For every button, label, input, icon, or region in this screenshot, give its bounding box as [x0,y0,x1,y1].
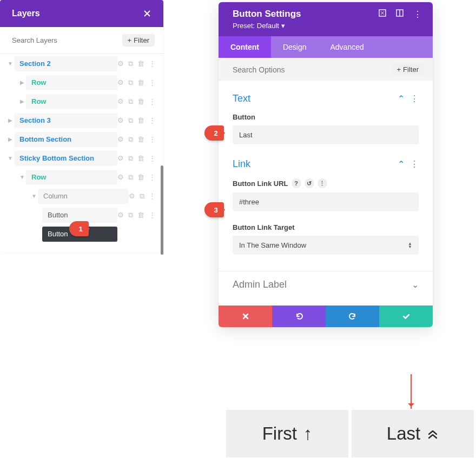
collapse-icon[interactable]: ⌃ [398,159,405,169]
gear-icon[interactable]: ⚙ [117,97,124,105]
caret-right-icon[interactable]: ▶ [6,117,14,123]
button-target-select[interactable]: In The Same Window ▲▼ [233,236,419,255]
tree-row-sticky-bottom-section[interactable]: ▼ Sticky Bottom Section ⚙ ⧉ 🗑 ⋮ [3,149,160,168]
trash-icon[interactable]: 🗑 [137,97,144,105]
more-icon[interactable]: ⋮ [149,116,156,124]
more-icon[interactable]: ⋮ [149,154,156,162]
trash-icon[interactable]: 🗑 [137,154,144,162]
settings-tabs: Content Design Advanced [219,36,433,58]
preview-last-button[interactable]: Last [352,410,474,457]
tree-row-button-selected[interactable]: Button ⚙ ⧉ 🗑 ⋮ [39,224,160,243]
cancel-button[interactable] [219,306,272,327]
section-link-head[interactable]: Link ⌃ ⋮ [233,158,419,170]
confirm-button[interactable] [379,306,433,327]
undo-button[interactable] [272,306,326,327]
reset-icon[interactable]: ↺ [305,178,314,188]
gear-icon[interactable]: ⚙ [129,192,135,200]
more-icon[interactable]: ⋮ [149,211,156,219]
caret-down-icon[interactable]: ▼ [30,193,38,199]
button-target-label: Button Link Target [233,223,419,231]
duplicate-icon[interactable]: ⧉ [140,192,144,201]
caret-right-icon[interactable]: ▶ [18,79,26,85]
duplicate-icon[interactable]: ⧉ [128,154,133,163]
arrow-down-icon [411,374,412,409]
button-text-input[interactable] [233,125,419,144]
section-label: Bottom Section [19,135,71,143]
tab-design[interactable]: Design [271,36,319,58]
settings-filter-button[interactable]: + Filter [392,63,424,76]
duplicate-icon[interactable]: ⧉ [128,78,133,87]
more-icon[interactable]: ⋮ [149,230,156,238]
tree-row-row[interactable]: ▼ Row ⚙ ⧉ 🗑 ⋮ [15,168,160,187]
caret-right-icon[interactable]: ▶ [6,136,14,142]
redo-button[interactable] [326,306,379,327]
duplicate-icon[interactable]: ⧉ [128,135,133,144]
section-text: Text ⌃ ⋮ Button [219,85,433,151]
layers-title: Layers [12,9,143,18]
more-icon[interactable]: ⋮ [410,94,419,104]
gear-icon[interactable]: ⚙ [117,154,124,162]
tree-row-row[interactable]: ▶ Row ⚙ ⧉ 🗑 ⋮ [15,73,160,92]
duplicate-icon[interactable]: ⧉ [128,211,133,220]
preview-first-button[interactable]: First ↑ [226,410,348,457]
section-text-head[interactable]: Text ⌃ ⋮ [233,93,419,104]
collapse-icon[interactable]: ⌃ [398,94,405,104]
duplicate-icon[interactable]: ⧉ [128,59,133,68]
tree-row-section-2[interactable]: ▼ Section 2 ⚙ ⧉ 🗑 ⋮ [3,54,160,73]
tab-content[interactable]: Content [219,36,271,58]
layers-search-input[interactable] [12,36,118,44]
preset-label: Preset: Default [233,22,279,30]
duplicate-icon[interactable]: ⧉ [128,97,133,106]
tree-row-column[interactable]: ▼ Column ⚙ ⧉ ⋮ [27,187,160,205]
more-icon[interactable]: ⋮ [149,97,156,105]
tree-row-bottom-section[interactable]: ▶ Bottom Section ⚙ ⧉ 🗑 ⋮ [3,130,160,149]
caret-down-icon[interactable]: ▼ [6,61,14,67]
layers-filter-button[interactable]: + Filter [122,34,155,47]
expand-icon[interactable]: ⌄ [412,280,419,290]
caret-down-icon[interactable]: ▼ [6,155,14,161]
gear-icon[interactable]: ⚙ [117,116,124,124]
tab-advanced[interactable]: Advanced [318,36,375,58]
tree-row-row[interactable]: ▶ Row ⚙ ⧉ 🗑 ⋮ [15,92,160,111]
callout-badge-2: 2 [204,125,224,141]
more-icon[interactable]: ⋮ [149,135,156,143]
more-icon[interactable]: ⋮ [149,173,156,181]
trash-icon[interactable]: 🗑 [137,78,144,87]
more-icon[interactable]: ⋮ [410,159,419,169]
layers-search-row: + Filter [0,27,163,54]
trash-icon[interactable]: 🗑 [137,230,144,238]
duplicate-icon[interactable]: ⧉ [128,116,133,125]
button-url-input[interactable] [233,193,419,211]
section-admin-label[interactable]: Admin Label ⌄ [219,271,433,306]
duplicate-icon[interactable]: ⧉ [128,173,133,182]
more-icon[interactable]: ⋮ [149,78,156,87]
duplicate-icon[interactable]: ⧉ [128,230,133,238]
gear-icon[interactable]: ⚙ [117,211,124,219]
expand-icon[interactable] [379,9,386,19]
trash-icon[interactable]: 🗑 [137,173,144,181]
tree-row-button[interactable]: Button ⚙ ⧉ 🗑 ⋮ [39,205,160,224]
trash-icon[interactable]: 🗑 [137,59,144,68]
trash-icon[interactable]: 🗑 [137,211,144,219]
panel-icon[interactable] [396,9,404,19]
more-icon[interactable]: ⋮ [149,59,156,68]
help-icon[interactable]: ? [292,178,301,188]
layers-scrollbar[interactable] [161,165,163,255]
close-icon[interactable] [143,9,151,18]
tree-row-section-3[interactable]: ▶ Section 3 ⚙ ⧉ 🗑 ⋮ [3,111,160,130]
layers-header: Layers [0,0,163,27]
settings-search-input[interactable] [233,65,387,74]
gear-icon[interactable]: ⚙ [117,135,124,143]
preset-dropdown[interactable]: Preset: Default ▾ [233,22,422,30]
caret-down-icon[interactable]: ▼ [18,174,26,180]
trash-icon[interactable]: 🗑 [137,116,144,124]
more-icon[interactable]: ⋮ [318,178,327,188]
gear-icon[interactable]: ⚙ [117,173,124,181]
trash-icon[interactable]: 🗑 [137,135,144,143]
gear-icon[interactable]: ⚙ [117,59,124,68]
gear-icon[interactable]: ⚙ [117,78,124,87]
more-icon[interactable]: ⋮ [149,192,156,200]
caret-right-icon[interactable]: ▶ [18,98,26,104]
more-icon[interactable]: ⋮ [413,9,422,19]
gear-icon[interactable]: ⚙ [117,230,124,238]
